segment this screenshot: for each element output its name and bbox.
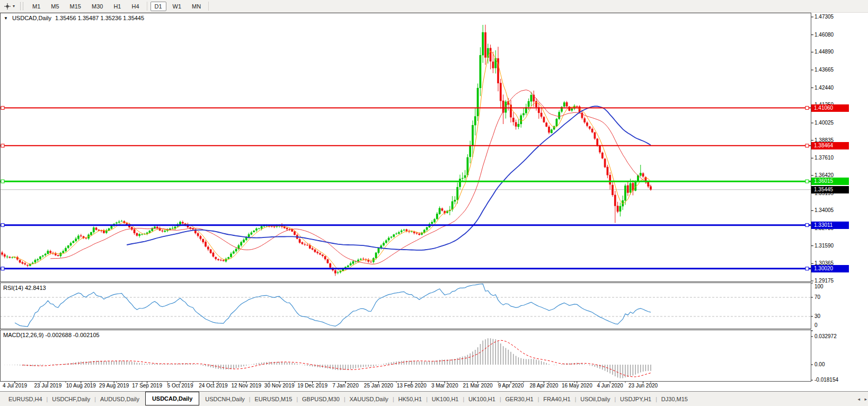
line-handle [1, 224, 4, 227]
line-handle [1, 144, 4, 147]
chart-tab-usdcad-daily[interactable]: USDCAD,Daily [145, 392, 199, 405]
timeframe-button-m15[interactable]: M15 [66, 2, 85, 11]
chart-tab-usdcnh-daily[interactable]: USDCNH,Daily [201, 394, 249, 404]
chart-tab-dj30-m15[interactable]: DJ30,M15 [657, 394, 692, 404]
price-axis-label: 1.40025 [814, 120, 834, 126]
timeframe-button-d1[interactable]: D1 [150, 2, 166, 11]
current-price-label: 1.35445 [811, 186, 849, 193]
macd-pane [2, 338, 651, 378]
date-axis-label: 9 Apr 2020 [498, 383, 524, 389]
timeframe-button-h1[interactable]: H1 [109, 2, 125, 11]
hline-price-label[interactable]: 1.41060 [811, 104, 849, 112]
chart-tab-usoil-daily[interactable]: USOil,Daily [576, 394, 614, 404]
timeframe-button-h4[interactable]: H4 [127, 2, 143, 11]
macd-indicator-label: MACD(12,26,9) -0.002688 -0.002105 [3, 332, 100, 338]
date-axis-label: 25 Jan 2020 [364, 383, 393, 389]
price-axis-label: 1.43665 [814, 67, 834, 73]
rsi-axis-label: 100 [814, 284, 823, 290]
price-axis-label: 1.31590 [814, 243, 834, 249]
chart-title: ▼ USDCAD,Daily 1.35456 1.35487 1.35236 1… [4, 15, 144, 21]
date-axis-label: 23 Jul 2019 [34, 383, 62, 389]
crosshair-tool-button[interactable]: ▾ [0, 3, 17, 10]
main-price-pane [0, 25, 811, 276]
chart-tab-usdchf-daily[interactable]: USDCHF,Daily [48, 394, 94, 404]
date-axis-label: 19 Dec 2019 [297, 383, 327, 389]
line-handle [1, 180, 4, 183]
date-axis-label: 10 Aug 2019 [66, 383, 96, 389]
price-axis-label: 1.46080 [814, 32, 834, 38]
chart-tab-hk50-h1[interactable]: HK50,H1 [394, 394, 426, 404]
timeframe-toolbar: ▾ M1M5M15M30H1H4D1W1MN [0, 0, 868, 13]
macd-axis-label: 0.00 [814, 361, 825, 368]
moving-average-line [127, 107, 651, 250]
toolbar-separator [208, 2, 209, 11]
date-axis-label: 7 Jan 2020 [332, 383, 359, 389]
chart-canvas[interactable] [0, 0, 868, 406]
rsi-pane [0, 284, 811, 327]
macd-signal-line [22, 340, 651, 377]
chart-tabs: EURUSD,H4|USDCHF,Daily|AUDUSD,DailyUSDCA… [4, 392, 692, 406]
price-axis-label: 1.37610 [814, 155, 834, 161]
rsi-axis-label: 30 [814, 313, 820, 320]
chart-tab-uk100-h1[interactable]: UK100,H1 [428, 394, 463, 404]
moving-average-line [50, 90, 651, 264]
chart-tab-eurusd-h4[interactable]: EURUSD,H4 [4, 394, 47, 404]
date-axis-label: 28 Apr 2020 [529, 383, 558, 389]
line-handle [1, 267, 4, 270]
rsi-pane-border [1, 283, 811, 329]
rsi-axis-label: 0 [814, 322, 818, 329]
timeframe-buttons: M1M5M15M30H1H4D1W1MN [27, 2, 211, 11]
chart-tab-audusd-daily[interactable]: AUDUSD,Daily [96, 394, 144, 404]
date-axis-label: 17 Sep 2019 [132, 383, 162, 389]
tab-scroll-arrows[interactable]: ◂ ▸ [857, 396, 868, 402]
rsi-axis-label: 70 [814, 294, 820, 301]
date-axis-label: 5 Oct 2019 [167, 383, 193, 389]
date-axis-label: 12 Nov 2019 [231, 383, 261, 389]
line-handle [805, 224, 809, 227]
price-axis-label: 1.47305 [814, 14, 834, 20]
date-axis-label: 30 Nov 2019 [264, 383, 295, 389]
chart-tab-ger30-h1[interactable]: GER30,H1 [501, 394, 537, 404]
collapse-arrow-icon[interactable]: ▼ [4, 16, 8, 21]
date-axis-label: 4 Jul 2019 [3, 383, 27, 389]
timeframe-button-w1[interactable]: W1 [169, 2, 186, 11]
chart-tab-xauusd-daily[interactable]: XAUUSD,Daily [346, 394, 393, 404]
hline-price-label[interactable]: 1.38464 [811, 142, 849, 149]
chart-tab-eurusd-m15[interactable]: EURUSD,M15 [250, 394, 296, 404]
toolbar-grip[interactable] [20, 2, 23, 10]
line-handle [805, 107, 809, 110]
macd-pane-border [1, 330, 811, 382]
dropdown-arrow-icon: ▾ [13, 4, 15, 8]
hline-price-label[interactable]: 1.30020 [811, 265, 849, 272]
macd-axis-label: -0.018154 [814, 377, 838, 383]
toolbar-separator [147, 2, 147, 11]
rsi-line [15, 284, 651, 327]
date-axis-label: 21 Mar 2020 [463, 383, 493, 389]
hline-price-label[interactable]: 1.33011 [811, 222, 849, 229]
macd-axis-label: 0.032972 [814, 333, 837, 340]
rsi-indicator-label: RSI(14) 42.8413 [3, 285, 46, 291]
line-handle [805, 144, 809, 147]
date-axis-label: 3 Mar 2020 [431, 383, 458, 389]
price-axis-label: 1.34005 [814, 207, 834, 214]
mt4-window: ▾ M1M5M15M30H1H4D1W1MN ▼ USDCAD,Daily 1.… [0, 0, 868, 406]
line-handle [805, 180, 809, 183]
chart-tab-gbpusd-m30[interactable]: GBPUSD,M30 [298, 394, 344, 404]
chart-tab-usdjpy-h1[interactable]: USDJPY,H1 [616, 394, 656, 404]
line-handle [1, 107, 4, 110]
date-axis-label: 13 Feb 2020 [397, 383, 427, 389]
main-pane-border [1, 13, 811, 282]
price-axis-label: 1.44890 [814, 49, 834, 55]
hline-price-label[interactable]: 1.36015 [811, 178, 849, 185]
timeframe-button-mn[interactable]: MN [188, 2, 205, 11]
date-axis-label: 29 Aug 2019 [99, 383, 129, 389]
price-axis-label: 1.42440 [814, 85, 834, 91]
timeframe-button-m1[interactable]: M1 [28, 2, 45, 11]
chart-tab-uk100-h1[interactable]: UK100,H1 [464, 394, 500, 404]
date-axis-label: 16 May 2020 [562, 383, 592, 389]
chart-tab-fra40-h1[interactable]: FRA40,H1 [539, 394, 574, 404]
timeframe-button-m30[interactable]: M30 [87, 2, 107, 11]
date-axis-label: 23 Jun 2020 [628, 383, 658, 389]
timeframe-button-m5[interactable]: M5 [47, 2, 63, 11]
line-handle [805, 267, 809, 270]
